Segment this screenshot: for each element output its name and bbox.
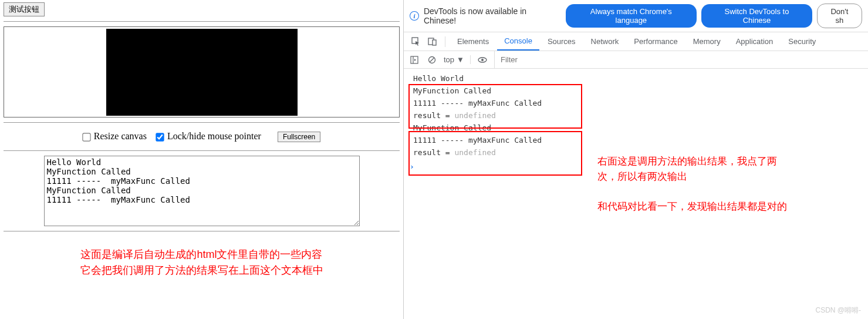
tab-memory[interactable]: Memory: [686, 32, 728, 51]
left-annotation: 这面是编译后自动生成的html文件里自带的一些内容 它会把我们调用了方法的结果写…: [4, 247, 400, 278]
tab-elements[interactable]: Elements: [450, 32, 496, 51]
context-label: top: [444, 55, 454, 64]
test-button[interactable]: 测试按钮: [4, 2, 45, 16]
resize-canvas-label[interactable]: Resize canvas: [83, 131, 149, 141]
lock-mouse-text: Lock/hide mouse pointer: [167, 131, 261, 141]
context-selector[interactable]: top ▼: [444, 55, 471, 64]
resize-canvas-text: Resize canvas: [94, 131, 147, 141]
annotation-line: 右面这是调用方法的输出结果，我点了两: [597, 154, 787, 169]
tab-console[interactable]: Console: [497, 32, 539, 51]
fullscreen-button[interactable]: Fullscreen: [278, 132, 320, 142]
resize-canvas-checkbox[interactable]: [82, 133, 90, 141]
svg-line-6: [430, 58, 434, 62]
tab-sources[interactable]: Sources: [541, 32, 583, 51]
tab-performance[interactable]: Performance: [627, 32, 684, 51]
inspect-icon[interactable]: [408, 34, 424, 49]
device-toggle-icon[interactable]: [425, 34, 440, 49]
page-left-panel: 测试按钮 Resize canvas Lock/hide mouse point…: [0, 0, 404, 319]
log-line: 11111 ----- myMaxFunc Called: [404, 134, 868, 146]
console-output: Hello World MyFunction Called 11111 ----…: [404, 69, 868, 174]
tab-network[interactable]: Network: [584, 32, 626, 51]
sidebar-toggle-icon[interactable]: [408, 54, 420, 66]
log-line: 11111 ----- myMaxFunc Called: [404, 97, 868, 109]
divider: [4, 122, 400, 123]
filter-input[interactable]: [494, 51, 868, 68]
canvas-element[interactable]: [106, 29, 298, 116]
log-line: MyFunction Called: [404, 85, 868, 97]
info-icon: i: [410, 11, 419, 21]
log-line: result = undefined: [404, 109, 868, 122]
svg-point-8: [481, 59, 484, 61]
watermark: CSDN @嘚嘚-: [815, 305, 861, 315]
log-line: MyFunction Called: [404, 122, 868, 134]
tab-security[interactable]: Security: [781, 32, 823, 51]
svg-rect-2: [433, 40, 436, 45]
result-value: undefined: [454, 111, 495, 120]
result-value: undefined: [454, 148, 495, 157]
live-expression-icon[interactable]: [477, 54, 488, 66]
annotation-line: 次，所以有两次输出: [597, 169, 787, 184]
clear-console-icon[interactable]: [426, 54, 438, 66]
divider: [4, 21, 400, 22]
log-line: Hello World: [404, 72, 868, 85]
devtools-tab-bar: Elements Console Sources Network Perform…: [404, 32, 868, 51]
annotation-line: 这面是编译后自动生成的html文件里自带的一些内容: [4, 247, 400, 263]
info-message: DevTools is now available in Chinese!: [424, 6, 561, 25]
canvas-controls: Resize canvas Lock/hide mouse pointer Fu…: [4, 127, 400, 146]
tab-application[interactable]: Application: [729, 32, 781, 51]
devtools-panel: i DevTools is now available in Chinese! …: [404, 0, 868, 319]
annotation-line: 它会把我们调用了方法的结果写在上面这个文本框中: [4, 263, 400, 278]
dont-show-button[interactable]: Don't sh: [817, 4, 862, 28]
chevron-down-icon: ▼: [457, 55, 464, 64]
annotation-line: 和代码对比看一下，发现输出结果都是对的: [597, 199, 787, 214]
divider: [4, 150, 400, 151]
devtools-info-bar: i DevTools is now available in Chinese! …: [404, 0, 868, 32]
always-match-button[interactable]: Always match Chrome's language: [566, 4, 697, 28]
output-textarea[interactable]: [44, 156, 360, 226]
result-prefix: result =: [413, 111, 454, 120]
lock-mouse-checkbox[interactable]: [156, 133, 164, 141]
console-toolbar: top ▼: [404, 51, 868, 69]
right-annotation: 右面这是调用方法的输出结果，我点了两 次，所以有两次输出 和代码对比看一下，发现…: [597, 154, 787, 214]
switch-language-button[interactable]: Switch DevTools to Chinese: [701, 4, 812, 28]
result-prefix: result =: [413, 148, 454, 157]
canvas-container: [4, 26, 400, 117]
tab-separator: [445, 36, 445, 47]
lock-mouse-label[interactable]: Lock/hide mouse pointer: [156, 131, 264, 141]
divider: [4, 231, 400, 231]
